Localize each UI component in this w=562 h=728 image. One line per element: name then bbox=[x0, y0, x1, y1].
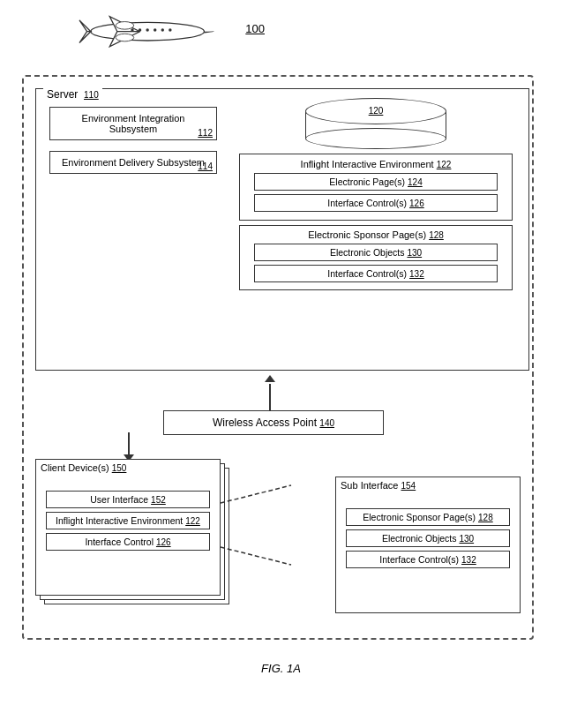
airplane-area: 100 bbox=[44, 9, 265, 79]
electronic-pages-box: Electronic Page(s) 124 bbox=[254, 173, 498, 191]
svg-point-3 bbox=[154, 28, 156, 31]
airplane-icon bbox=[44, 9, 221, 62]
svg-point-5 bbox=[139, 28, 141, 31]
client-env-box: Inflight Interactive Environment 122 bbox=[46, 512, 210, 529]
left-subsystems: Environment Integration Subsystem 112 En… bbox=[49, 107, 217, 184]
client-label: Client Device(s) 150 bbox=[41, 462, 126, 473]
svg-point-7 bbox=[116, 22, 134, 30]
airplane-label: 100 bbox=[245, 22, 265, 35]
inflight-env-group: Inflight Interactive Environment 122 Ele… bbox=[239, 154, 513, 221]
server-box: Server 110 Environment Integration Subsy… bbox=[35, 88, 529, 371]
env-delivery-box: Environment Delivery Subsystem 114 bbox=[49, 151, 217, 174]
electronic-objects-box: Electronic Objects 130 bbox=[254, 244, 498, 261]
interface-controls-box2: Interface Control(s) 132 bbox=[254, 265, 498, 282]
env-delivery-number: 114 bbox=[198, 161, 213, 171]
svg-point-4 bbox=[146, 28, 148, 31]
wap-number: 140 bbox=[319, 418, 334, 428]
wap-label: Wireless Access Point bbox=[213, 417, 317, 429]
sub-sponsor-box: Electronic Sponsor Page(s) 128 bbox=[346, 508, 510, 526]
server-label: Server 110 bbox=[43, 88, 102, 101]
cylinder-bottom bbox=[305, 128, 446, 149]
inflight-env-label: Inflight Interactive Environment bbox=[301, 159, 434, 169]
database-area: 120 Inflight Interactive Environment 122… bbox=[239, 98, 513, 295]
svg-line-9 bbox=[221, 485, 291, 503]
figure-label: FIG. 1A bbox=[261, 662, 301, 675]
sub-objects-box: Electronic Objects 130 bbox=[346, 529, 510, 547]
sub-interface-box: Sub Interface 154 Electronic Sponsor Pag… bbox=[335, 477, 521, 613]
env-delivery-label: Environment Delivery Subsystem bbox=[62, 157, 205, 168]
inflight-env-number: 122 bbox=[437, 160, 452, 169]
db-number: 120 bbox=[239, 105, 513, 116]
connection-lines bbox=[221, 477, 326, 582]
svg-point-2 bbox=[161, 28, 164, 31]
interface-controls-box1: Interface Control(s) 126 bbox=[254, 194, 498, 212]
sub-interface-label: Sub Interface 154 bbox=[341, 480, 416, 491]
env-integration-box: Environment Integration Subsystem 112 bbox=[49, 107, 217, 140]
sponsor-pages-label: Electronic Sponsor Page(s) bbox=[308, 229, 426, 240]
electronic-objects-label: Electronic Objects bbox=[330, 247, 405, 258]
svg-point-0 bbox=[91, 22, 205, 41]
sponsor-pages-group: Electronic Sponsor Page(s) 128 Electroni… bbox=[239, 225, 513, 290]
wap-client-arrow bbox=[124, 432, 134, 462]
sub-controls-box: Interface Control(s) 132 bbox=[346, 551, 510, 568]
db-items: Inflight Interactive Environment 122 Ele… bbox=[239, 154, 513, 290]
interface-controls-label2: Interface Control(s) bbox=[327, 268, 407, 279]
client-main-box: Client Device(s) 150 User Interface 152 … bbox=[35, 459, 221, 596]
wap-box: Wireless Access Point 140 bbox=[163, 410, 384, 435]
svg-point-1 bbox=[169, 28, 171, 31]
svg-point-8 bbox=[116, 34, 134, 41]
svg-point-6 bbox=[131, 28, 133, 31]
client-control-box: Interface Control 126 bbox=[46, 533, 210, 551]
diagram-container: 100 Server 110 Environment Integration S… bbox=[18, 9, 544, 679]
user-interface-box: User Interface 152 bbox=[46, 491, 210, 508]
server-number: 110 bbox=[84, 90, 99, 100]
env-integration-label: Environment Integration Subsystem bbox=[82, 113, 185, 134]
env-integration-number: 112 bbox=[198, 128, 213, 138]
client-devices: Client Device(s) 150 User Interface 152 … bbox=[35, 459, 247, 618]
svg-line-10 bbox=[221, 547, 291, 565]
arrow-up bbox=[265, 375, 275, 382]
